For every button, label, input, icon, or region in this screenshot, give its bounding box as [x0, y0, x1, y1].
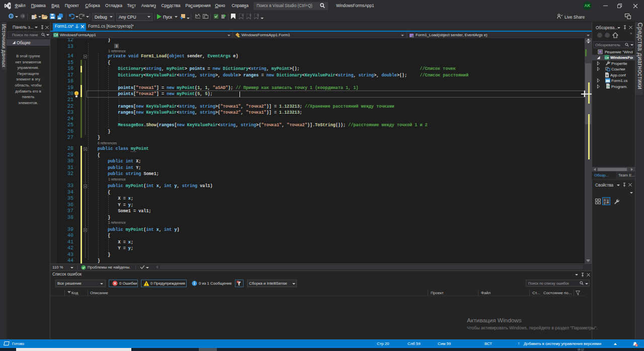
- svg-text:C#: C#: [606, 85, 610, 88]
- svg-text:C#: C#: [605, 56, 609, 59]
- svg-text:5: 5: [635, 344, 637, 347]
- svg-text:Z: Z: [604, 202, 606, 204]
- svg-text:C#: C#: [54, 33, 58, 37]
